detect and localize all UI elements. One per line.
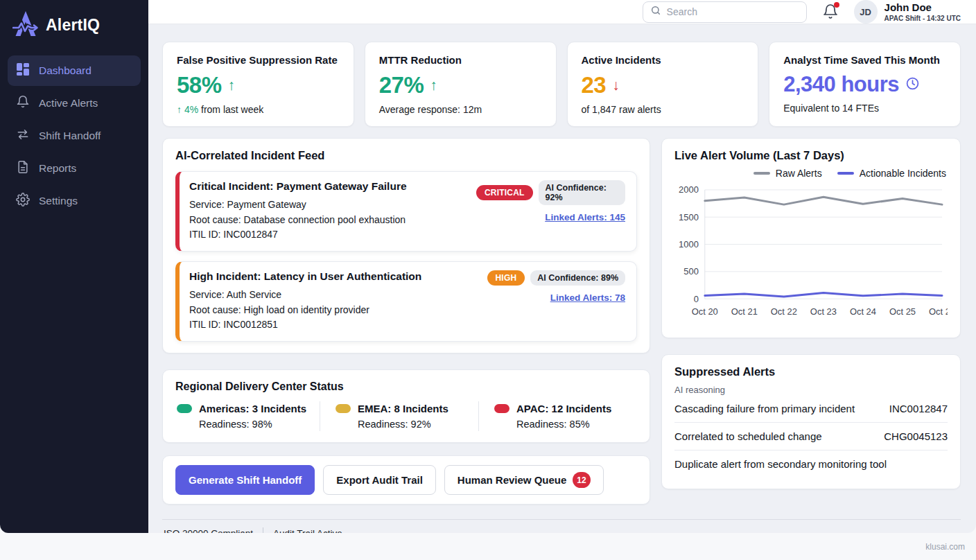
incident-list: Critical Incident: Payment Gateway Failu… [175, 171, 637, 342]
incident-feed-panel: AI-Correlated Incident Feed Critical Inc… [162, 138, 650, 353]
severity-badge: CRITICAL [476, 185, 533, 200]
svg-text:Oct 23: Oct 23 [810, 306, 837, 317]
legend-swatch [837, 172, 854, 175]
suppressed-id: CHG0045123 [884, 430, 948, 442]
region-name: Americas: 3 Incidents [199, 403, 306, 414]
user-menu[interactable]: JD John Doe APAC Shift - 14:32 UTC [854, 0, 961, 24]
avatar: JD [854, 0, 878, 24]
search-input[interactable] [667, 6, 799, 17]
region-americas: Americas: 3 Incidents Readiness: 98% [175, 401, 320, 431]
kpi-false-positive-rate: False Positive Suppression Rate 58% ↑ ↑ … [162, 42, 354, 127]
sidebar-item-shift-handoff[interactable]: Shift Handoff [8, 121, 141, 151]
suppressed-row: Cascading failure from primary incident … [674, 395, 948, 422]
suppressed-reason: Duplicate alert from secondary monitorin… [674, 458, 887, 470]
kpi-value: 23 [582, 72, 607, 98]
panel-title: Regional Delivery Center Status [175, 380, 637, 393]
notifications-bell-button[interactable] [822, 3, 839, 20]
incident-itil-id: ITIL ID: INC0012851 [189, 317, 468, 333]
search-icon [650, 5, 661, 19]
export-audit-trail-button[interactable]: Export Audit Trail [323, 465, 435, 495]
trend-up-icon: ↑ [228, 77, 236, 94]
button-label: Human Review Queue [458, 474, 567, 486]
human-review-queue-button[interactable]: Human Review Queue 12 [444, 465, 604, 495]
sidebar-item-label: Active Alerts [39, 97, 98, 110]
dashboard-content: False Positive Suppression Rate 58% ↑ ↑ … [148, 24, 976, 533]
notification-dot [834, 2, 839, 8]
queue-count-badge: 12 [573, 472, 590, 488]
severity-badge: HIGH [487, 270, 525, 286]
kpi-active-incidents: Active Incidents 23 ↓ of 1,847 raw alert… [567, 42, 759, 127]
trend-down-icon: ↓ [612, 77, 620, 94]
user-shift: APAC Shift - 14:32 UTC [885, 15, 961, 22]
incident-title: High Incident: Latency in User Authentic… [189, 270, 468, 283]
alert-volume-panel: Live Alert Volume (Last 7 Days) Raw Aler… [661, 138, 961, 338]
sidebar-item-label: Shift Handoff [39, 130, 101, 142]
linked-alerts-link[interactable]: Linked Alerts: 78 [550, 292, 625, 303]
kpi-subtext: ↑ 4% from last week [177, 104, 340, 115]
sidebar-item-settings[interactable]: Settings [8, 186, 141, 216]
sidebar-item-label: Dashboard [39, 64, 92, 77]
region-list: Americas: 3 Incidents Readiness: 98% EME… [175, 401, 637, 431]
brand-name: AlertIQ [46, 16, 100, 35]
sidebar-item-label: Settings [39, 195, 78, 207]
footer-item-audit: Audit Trail Active [273, 528, 342, 533]
sidebar-item-active-alerts[interactable]: Active Alerts [8, 88, 141, 119]
watermark: klusai.com [925, 542, 965, 552]
brand: AlertIQ [0, 0, 148, 51]
sidebar-item-dashboard[interactable]: Dashboard [8, 55, 141, 86]
ai-confidence-badge: AI Confidence: 89% [530, 270, 625, 286]
action-bar: Generate Shift Handoff Export Audit Trai… [162, 455, 650, 505]
incident-itil-id: ITIL ID: INC0012847 [189, 227, 468, 243]
sidebar-item-label: Reports [39, 162, 76, 175]
sidebar-nav: Dashboard Active Alerts [0, 51, 148, 220]
region-readiness: Readiness: 98% [199, 419, 314, 430]
bottom-band: klusai.com [0, 533, 976, 560]
linked-alerts-link[interactable]: Linked Alerts: 145 [545, 212, 625, 222]
region-apac: APAC: 12 Incidents Readiness: 85% [478, 401, 637, 431]
svg-text:0: 0 [694, 294, 699, 304]
incident-service: Service: Payment Gateway [189, 198, 468, 213]
ai-confidence-badge: AI Confidence: 92% [539, 180, 625, 205]
alertiq-logo-icon [12, 10, 39, 40]
region-emea: EMEA: 8 Incidents Readiness: 92% [320, 401, 478, 431]
sidebar-item-reports[interactable]: Reports [8, 153, 141, 184]
kpi-subtext: of 1,847 raw alerts [582, 104, 744, 115]
main-area: JD John Doe APAC Shift - 14:32 UTC False… [148, 0, 976, 533]
svg-text:2000: 2000 [679, 184, 699, 195]
svg-text:Oct 24: Oct 24 [850, 306, 876, 317]
region-name: APAC: 12 Incidents [516, 403, 611, 414]
incident-title: Critical Incident: Payment Gateway Failu… [189, 180, 468, 193]
generate-shift-handoff-button[interactable]: Generate Shift Handoff [175, 465, 315, 495]
suppressed-alerts-panel: Suppressed Alerts AI reasoning Cascading… [661, 354, 961, 489]
kpi-row: False Positive Suppression Rate 58% ↑ ↑ … [162, 42, 961, 127]
svg-text:1000: 1000 [679, 239, 699, 250]
region-readiness: Readiness: 85% [516, 419, 631, 430]
footer-divider [263, 527, 263, 533]
kpi-subtext: Equivalent to 14 FTEs [783, 103, 946, 114]
suppressed-row: Correlated to scheduled change CHG004512… [674, 422, 948, 450]
suppressed-list: Cascading failure from primary incident … [674, 395, 948, 478]
suppressed-reason: Correlated to scheduled change [674, 430, 822, 442]
legend-item-raw-alerts: Raw Alerts [753, 168, 822, 179]
kpi-value: 27% [379, 72, 424, 98]
sidebar: AlertIQ Dashboard [0, 0, 148, 533]
kpi-subtext: Average response: 12m [379, 104, 542, 115]
kpi-title: False Positive Suppression Rate [177, 54, 340, 66]
incident-root-cause: Root cause: Database connection pool exh… [189, 213, 468, 228]
status-dot-yellow [336, 404, 351, 413]
kpi-title: MTTR Reduction [379, 54, 542, 66]
kpi-title: Analyst Time Saved This Month [783, 54, 946, 66]
document-icon [16, 160, 30, 177]
suppressed-row: Duplicate alert from secondary monitorin… [674, 450, 948, 478]
user-name: John Doe [885, 1, 961, 15]
search-box[interactable] [643, 1, 807, 23]
svg-text:500: 500 [683, 266, 699, 277]
svg-text:Oct 25: Oct 25 [889, 306, 916, 317]
svg-text:Oct 20: Oct 20 [692, 306, 718, 317]
alert-volume-chart: 0500100015002000Oct 20Oct 21Oct 22Oct 23… [674, 180, 948, 326]
gear-icon [16, 193, 30, 209]
legend-label: Raw Alerts [776, 168, 822, 179]
legend-swatch [753, 172, 770, 175]
suppressed-id: INC0012847 [889, 403, 948, 414]
left-column: AI-Correlated Incident Feed Critical Inc… [162, 138, 650, 505]
